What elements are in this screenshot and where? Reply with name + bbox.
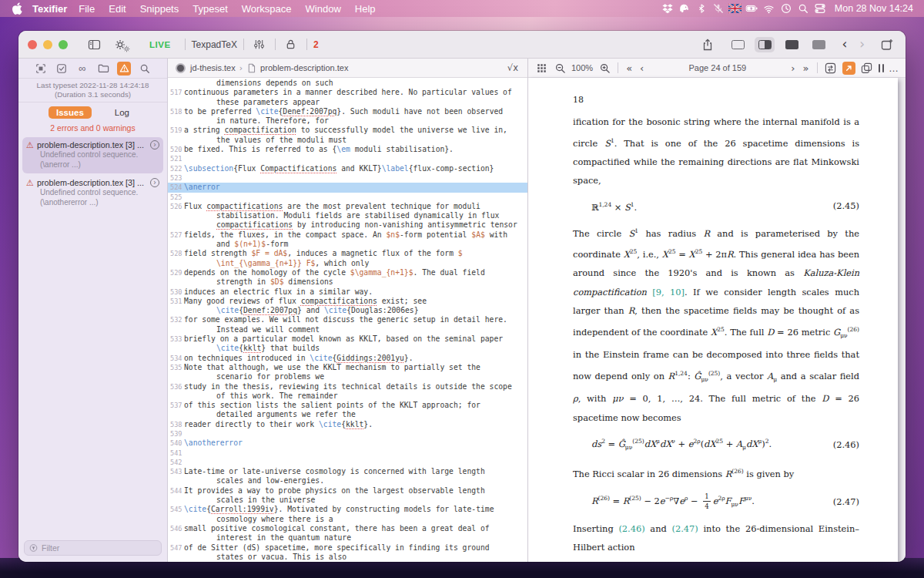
typeset-engine-label[interactable]: TexpadTeX <box>192 39 237 50</box>
zoom-level: 100% <box>571 63 593 72</box>
layout-full-preview-button[interactable] <box>808 37 829 52</box>
issue-item[interactable]: ⚠problem-description.tex [3] ...›Undefin… <box>22 175 163 211</box>
menu-workspace[interactable]: Workspace <box>235 3 299 15</box>
symbols-infinity-icon[interactable]: ∞ <box>75 62 89 76</box>
spotlight-icon[interactable] <box>795 0 812 17</box>
issue-item[interactable]: ⚠problem-description.tex [3] ...›Undefin… <box>22 137 163 173</box>
texifier-app-icon[interactable] <box>676 0 693 17</box>
code-editor[interactable]: dimensions depends on such517continuous … <box>168 78 527 562</box>
pdf-equation-body: R(26) = R(25) − 2e−ρ∇eρ − 14e2ρFμνFμν. <box>573 491 822 512</box>
line-content: study in the thesis, reviewing its techn… <box>184 382 527 402</box>
live-typeset-toggle[interactable]: LIVE <box>149 40 171 49</box>
line-number: 524 <box>168 183 184 192</box>
menu-edit[interactable]: Edit <box>102 3 132 15</box>
pdf-scroll-area[interactable]: 18ification for the bosonic string where… <box>528 78 906 562</box>
line-content: briefly on a particular model known as K… <box>184 334 527 354</box>
line-content: \cite{Carroll:1999iv}. Motivated by cons… <box>184 505 527 524</box>
line-number: 540 <box>168 439 184 448</box>
line-content: continuous parameters in a manner descri… <box>184 88 527 107</box>
typeset-settings-gear-icon[interactable] <box>111 37 129 52</box>
line-number: 517 <box>168 88 184 107</box>
issue-detail-chevron-icon[interactable]: › <box>150 140 159 150</box>
selected-code-line: 524\anerror <box>168 183 527 192</box>
zoom-out-icon[interactable] <box>553 61 567 75</box>
minimize-window-button[interactable] <box>43 40 52 49</box>
layout-editor-only-button[interactable] <box>728 37 748 52</box>
pause-typeset-icon[interactable] <box>879 64 885 72</box>
wifi-icon[interactable] <box>761 0 778 17</box>
code-line: 519a string compactification to successf… <box>168 126 527 145</box>
menu-bar-clock[interactable]: Mon 28 Nov 14:24 <box>835 3 913 14</box>
code-line: 546small positive cosmological constant,… <box>168 524 527 543</box>
breadcrumb-root[interactable]: jd-thesis.tex <box>190 63 236 72</box>
control-center-icon[interactable] <box>812 0 829 17</box>
files-folder-icon[interactable] <box>96 62 110 76</box>
duplicate-view-icon[interactable] <box>860 61 874 75</box>
layout-split-view-button[interactable] <box>755 37 775 52</box>
line-content: of de Sitter (dS) spacetime, more specif… <box>184 543 527 562</box>
line-content: Note that although, we use the KKLT mech… <box>184 363 527 382</box>
search-icon[interactable] <box>138 62 152 76</box>
more-options-icon[interactable]: … <box>889 62 899 74</box>
menu-file[interactable]: File <box>72 3 102 15</box>
bluetooth-icon[interactable] <box>693 0 710 17</box>
history-back-icon[interactable]: ‹ <box>839 38 849 51</box>
time-machine-icon[interactable] <box>778 0 795 17</box>
share-icon[interactable] <box>698 37 717 52</box>
code-line: 544It provides a way to probe physics on… <box>168 486 527 506</box>
code-line: 542 <box>168 458 527 467</box>
menu-app-name[interactable]: Texifier <box>32 3 67 15</box>
math-preview-button[interactable]: √x <box>505 62 521 73</box>
uk-keyboard-layout-icon[interactable] <box>727 0 744 17</box>
code-line: 547of de Sitter (dS) spacetime, more spe… <box>168 543 527 562</box>
pdf-reference-link[interactable]: [9, 10] <box>652 287 685 297</box>
first-page-icon[interactable]: « <box>624 62 634 74</box>
issue-item-header: ⚠problem-description.tex [3] ...› <box>26 140 159 150</box>
dropbox-icon[interactable] <box>659 0 676 17</box>
history-forward-icon[interactable]: › <box>857 38 867 51</box>
tab-issues[interactable]: Issues <box>49 106 92 119</box>
breadcrumb-file[interactable]: problem-description.tex <box>260 63 348 72</box>
thumbnails-grid-icon[interactable] <box>534 61 548 75</box>
toggle-sidebar-icon[interactable] <box>85 37 103 52</box>
battery-charging-icon[interactable] <box>744 0 761 17</box>
apple-menu-icon[interactable] <box>11 0 23 17</box>
line-content: on techniques introduced in \cite{Giddin… <box>184 354 527 363</box>
tab-log[interactable]: Log <box>107 106 137 119</box>
filter-field[interactable] <box>24 540 162 556</box>
next-page-icon[interactable]: › <box>789 62 796 74</box>
close-window-button[interactable] <box>28 40 37 49</box>
mic-muted-icon[interactable] <box>710 0 727 17</box>
todo-checkbox-icon[interactable] <box>55 62 69 76</box>
zoom-window-button[interactable] <box>59 40 68 49</box>
code-line: 537of this section lists the salient poi… <box>168 401 527 420</box>
typeset-options-sliders-icon[interactable] <box>250 37 269 52</box>
menu-window[interactable]: Window <box>299 3 348 15</box>
warning-triangle-icon: ⚠ <box>26 141 34 150</box>
pdf-preview-pane: 100% « ‹ Page 24 of 159 › » … <box>528 59 906 562</box>
new-tab-icon[interactable] <box>878 37 896 52</box>
issues-warning-icon[interactable] <box>117 62 131 76</box>
code-line: 545\cite{Carroll:1999iv}. Motivated by c… <box>168 505 527 524</box>
menu-snippets[interactable]: Snippets <box>133 3 186 15</box>
organizer-icon[interactable] <box>34 62 48 76</box>
pdf-reference-link[interactable]: (2.47) <box>671 523 698 534</box>
previous-page-icon[interactable]: ‹ <box>638 62 645 74</box>
texifier-window: LIVE TexpadTeX 2 ‹ › <box>18 31 906 562</box>
macos-menu-bar: Texifier FileEditSnippetsTypesetWorkspac… <box>0 0 924 17</box>
issue-detail-chevron-icon[interactable]: › <box>150 178 159 187</box>
last-page-icon[interactable]: » <box>802 62 811 74</box>
lock-icon[interactable] <box>282 37 300 52</box>
zoom-in-icon[interactable] <box>598 61 611 75</box>
line-number: 538 <box>168 420 184 429</box>
layout-pdf-only-button[interactable] <box>782 37 802 52</box>
issue-count-badge[interactable]: 2 <box>313 39 319 50</box>
pdf-reference-link[interactable]: (2.46) <box>618 523 644 534</box>
follow-cursor-icon[interactable] <box>842 62 855 75</box>
filter-input[interactable] <box>42 543 156 553</box>
sync-to-source-icon[interactable] <box>824 61 838 75</box>
menu-help[interactable]: Help <box>348 3 383 15</box>
menu-typeset[interactable]: Typeset <box>186 3 235 15</box>
line-number: 542 <box>168 458 184 467</box>
code-line: 543Late-time or late-universe cosmology … <box>168 467 527 486</box>
